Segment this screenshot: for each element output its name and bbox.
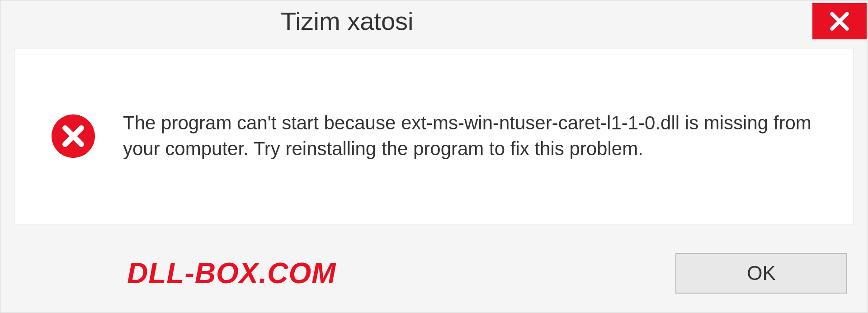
watermark-text: DLL-BOX.COM	[127, 256, 336, 290]
error-icon	[51, 114, 96, 159]
error-dialog: Tizim xatosi The program can't start bec…	[0, 0, 868, 313]
dialog-title: Tizim xatosi	[281, 6, 414, 36]
footer: DLL-BOX.COM OK	[0, 233, 868, 313]
titlebar: Tizim xatosi	[0, 0, 868, 41]
close-button[interactable]	[812, 3, 867, 39]
error-message: The program can't start because ext-ms-w…	[123, 110, 817, 161]
content-panel: The program can't start because ext-ms-w…	[14, 48, 854, 224]
ok-button[interactable]: OK	[675, 253, 847, 294]
close-icon	[828, 10, 851, 33]
